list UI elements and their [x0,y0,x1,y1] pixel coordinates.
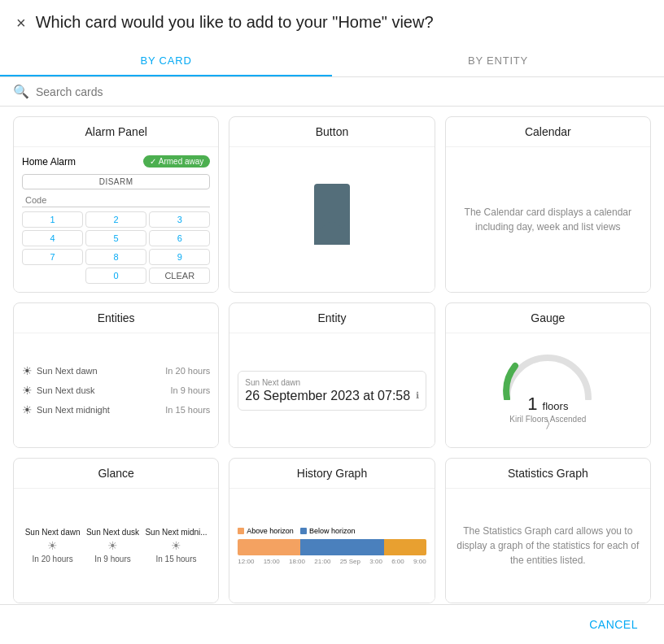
card-preview-calendar: The Calendar card displays a calendar in… [446,147,650,292]
card-title-gauge: Gauge [446,303,650,333]
close-button[interactable]: × [16,15,26,31]
entity-row-0: ☀ Sun Next dawn In 20 hours [22,361,210,381]
numpad-7[interactable]: 7 [22,249,83,265]
bar-night [384,539,426,555]
card-title-calendar: Calendar [446,117,650,147]
entity-row-2: ☀ Sun Next midnight In 15 hours [22,400,210,420]
glance-name-0: Sun Next dawn [25,528,81,537]
alarm-preview: Home Alarm ✓ Armed away DISARM 1 2 3 4 5… [22,155,210,284]
tab-by-card[interactable]: BY CARD [0,45,332,76]
card-option-calendar[interactable]: Calendar The Calendar card displays a ca… [445,116,651,293]
dialog-footer: CANCEL [0,604,664,644]
glance-name-2: Sun Next midni... [145,528,207,537]
glance-item-1: Sun Next dusk ☀ In 9 hours [86,528,139,564]
glance-icon-2: ☀ [171,539,181,552]
entity-name-2: Sun Next midnight [37,405,110,415]
legend-dot-above [238,528,244,534]
numpad-6[interactable]: 6 [149,230,210,246]
entity-info-icon: ℹ [416,390,419,401]
tabs-container: BY CARD BY ENTITY [0,45,664,77]
entity-name-0: Sun Next dawn [37,366,98,376]
card-option-statistics-graph[interactable]: Statistics Graph The Statistics Graph ca… [445,458,651,603]
card-option-alarm-panel[interactable]: Alarm Panel Home Alarm ✓ Armed away DISA… [13,116,219,293]
card-preview-alarm-panel: Home Alarm ✓ Armed away DISARM 1 2 3 4 5… [14,147,218,292]
legend-label-below: Below horizon [309,527,356,535]
card-title-statistics-graph: Statistics Graph [446,459,650,489]
dialog-header: × Which card would you like to add to yo… [0,0,664,45]
gauge-preview-container: 1 floors Kiril Floors Ascended 〉 [454,351,642,430]
armed-badge: ✓ Armed away [143,155,211,168]
legend-below: Below horizon [300,527,356,535]
history-preview-container: Above horizon Below horizon 12:00 15:00 … [238,527,426,565]
card-preview-entity: Sun Next dawn 26 September 2023 at 07:58… [229,333,434,447]
card-preview-button [229,147,434,292]
disarm-button[interactable]: DISARM [22,174,210,189]
history-legend: Above horizon Below horizon [238,527,426,535]
card-title-entities: Entities [14,303,218,333]
sun-icon-1: ☀ [22,384,33,397]
alarm-title: Home Alarm [22,156,76,168]
bookmark-icon [308,184,356,256]
entities-list: ☀ Sun Next dawn In 20 hours ☀ Sun Next d… [22,361,210,420]
entity-name-1: Sun Next dusk [37,385,95,395]
numpad-4[interactable]: 4 [22,230,83,246]
legend-dot-below [300,528,307,534]
sun-icon-0: ☀ [22,364,33,377]
numpad-8[interactable]: 8 [85,249,146,265]
card-title-glance: Glance [14,459,218,489]
glance-item-2: Sun Next midni... ☀ In 15 hours [145,528,207,564]
card-preview-glance: Sun Next dawn ☀ In 20 hours Sun Next dus… [14,489,218,603]
numpad-0[interactable]: 0 [85,268,146,284]
legend-above: Above horizon [238,527,294,535]
cancel-button[interactable]: CANCEL [579,613,648,636]
card-title-entity: Entity [229,303,434,333]
card-preview-history-graph: Above horizon Below horizon 12:00 15:00 … [229,489,434,603]
glance-icon-0: ☀ [47,539,58,552]
calendar-description: The Calendar card displays a calendar in… [454,205,642,234]
glance-icon-1: ☀ [107,539,118,552]
card-preview-entities: ☀ Sun Next dawn In 20 hours ☀ Sun Next d… [14,333,218,447]
numpad-5[interactable]: 5 [85,230,146,246]
entity-preview-box: Sun Next dawn 26 September 2023 at 07:58… [238,371,426,411]
glance-name-1: Sun Next dusk [86,528,139,537]
card-option-gauge[interactable]: Gauge 1 floors Kiril Floors Ascended 〉 [445,302,651,448]
gauge-unit: floors [543,400,569,412]
card-option-entity[interactable]: Entity Sun Next dawn 26 September 2023 a… [229,302,435,448]
numpad-3[interactable]: 3 [149,211,210,228]
entity-preview-label: Sun Next dawn [245,378,418,387]
numpad-clear[interactable]: CLEAR [149,268,210,284]
entity-preview-state: 26 September 2023 at 07:58 [245,389,410,403]
numpad-2[interactable]: 2 [85,211,146,228]
bar-above [238,539,300,555]
sun-icon-2: ☀ [22,403,33,416]
history-times: 12:00 15:00 18:00 21:00 25 Sep 3:00 6:00… [238,558,426,565]
gauge-arc [499,351,596,400]
entity-value-0: In 20 hours [165,366,210,376]
statistics-description: The Statistics Graph card allows you to … [454,524,642,568]
history-bars [238,539,426,555]
code-input[interactable] [22,194,210,207]
numpad-1[interactable]: 1 [22,211,83,228]
glance-preview-container: Sun Next dawn ☀ In 20 hours Sun Next dus… [22,528,210,564]
glance-item-0: Sun Next dawn ☀ In 20 hours [25,528,81,564]
card-title-history-graph: History Graph [229,459,434,489]
numpad-9[interactable]: 9 [149,249,210,265]
card-option-button[interactable]: Button [229,116,435,293]
tab-by-entity[interactable]: BY ENTITY [332,45,664,76]
dialog-title: Which card would you like to add to your… [36,13,434,32]
bar-below [300,539,384,555]
numpad: 1 2 3 4 5 6 7 8 9 0 CLEAR [22,211,210,284]
legend-label-above: Above horizon [247,527,294,535]
card-option-glance[interactable]: Glance Sun Next dawn ☀ In 20 hours Sun N… [13,458,219,603]
search-input[interactable] [36,85,651,98]
glance-state-0: In 20 hours [33,555,73,564]
card-title-alarm-panel: Alarm Panel [14,117,218,147]
cursor-icon: 〉 [546,416,550,429]
entity-value-2: In 15 hours [165,405,210,415]
card-option-entities[interactable]: Entities ☀ Sun Next dawn In 20 hours ☀ S… [13,302,219,448]
card-option-history-graph[interactable]: History Graph Above horizon Below horizo… [229,458,435,603]
entity-value-1: In 9 hours [170,385,210,395]
glance-state-2: In 15 hours [155,555,196,564]
card-title-button: Button [229,117,434,147]
search-bar: 🔍 [0,77,664,107]
